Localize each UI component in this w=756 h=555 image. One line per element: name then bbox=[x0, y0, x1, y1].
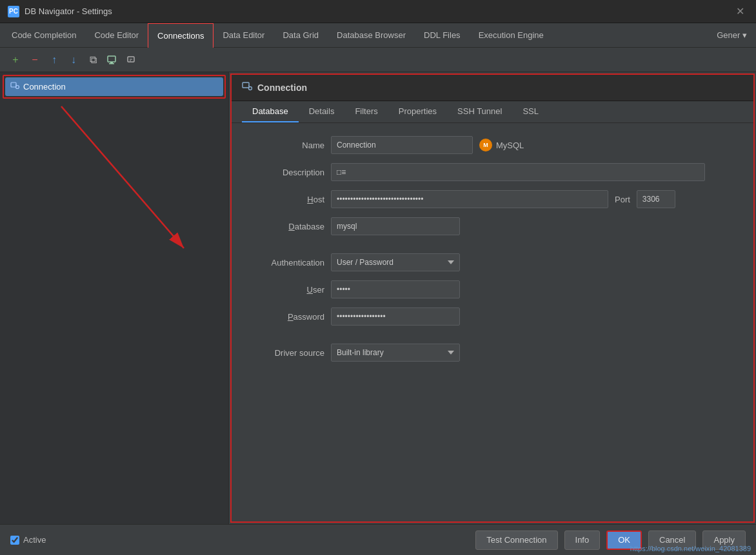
form-spacer2 bbox=[247, 335, 738, 344]
driver-source-row: Driver source Built-in library Custom Ma… bbox=[247, 344, 738, 362]
sidebar: Connection bbox=[0, 72, 229, 524]
action2-button[interactable] bbox=[123, 51, 141, 69]
password-input[interactable] bbox=[331, 307, 460, 326]
driver-source-select[interactable]: Built-in library Custom Maven bbox=[331, 344, 460, 362]
tab-ddl-files[interactable]: DDL Files bbox=[415, 23, 470, 48]
close-button[interactable]: ✕ bbox=[732, 4, 748, 19]
host-input[interactable] bbox=[331, 190, 608, 208]
connection-icon bbox=[10, 81, 19, 92]
titlebar: PC DB Navigator - Settings ✕ bbox=[0, 0, 756, 23]
tab-database-browser[interactable]: Database Browser bbox=[328, 23, 415, 48]
inner-tab-filters[interactable]: Filters bbox=[344, 101, 388, 122]
action1-button[interactable] bbox=[103, 51, 121, 69]
tab-execution-engine[interactable]: Execution Engine bbox=[470, 23, 553, 48]
inner-tab-database[interactable]: Database bbox=[242, 101, 299, 122]
name-label: Name bbox=[247, 141, 324, 150]
move-down-button[interactable]: ↓ bbox=[65, 51, 83, 69]
connection-header-icon bbox=[242, 81, 252, 94]
mysql-icon: M bbox=[479, 139, 492, 151]
copy-button[interactable]: ⧉ bbox=[84, 51, 102, 69]
authentication-row: Authentication User / Password No Auth S… bbox=[247, 253, 738, 271]
active-checkbox[interactable] bbox=[10, 536, 19, 545]
host-row: Host Port bbox=[247, 190, 738, 208]
inner-tabs: Database Details Filters Properties SSH … bbox=[232, 101, 753, 123]
db-type-label: MySQL bbox=[496, 141, 524, 150]
tab-data-grid[interactable]: Data Grid bbox=[274, 23, 328, 48]
tab-connections[interactable]: Connections bbox=[148, 23, 214, 48]
info-button[interactable]: Info bbox=[564, 531, 601, 550]
sidebar-border: Connection bbox=[3, 75, 226, 99]
sidebar-item-label: Connection bbox=[23, 82, 66, 92]
active-label: Active bbox=[23, 535, 46, 545]
titlebar-left: PC DB Navigator - Settings bbox=[8, 6, 112, 17]
connection-header-label: Connection bbox=[257, 83, 307, 93]
svg-rect-1 bbox=[110, 62, 113, 63]
toolbar: + − ↑ ↓ ⧉ bbox=[0, 48, 756, 72]
user-input[interactable] bbox=[331, 280, 460, 298]
database-input[interactable] bbox=[331, 217, 460, 235]
svg-rect-7 bbox=[243, 83, 249, 88]
inner-tab-ssh-tunnel[interactable]: SSH Tunnel bbox=[447, 101, 512, 122]
inner-tab-details[interactable]: Details bbox=[299, 101, 345, 122]
tab-code-editor[interactable]: Code Editor bbox=[85, 23, 148, 48]
app-icon: PC bbox=[8, 6, 19, 17]
name-input[interactable] bbox=[331, 136, 473, 154]
authentication-select[interactable]: User / Password No Auth SSH Key bbox=[331, 253, 460, 271]
password-label: Password bbox=[247, 312, 324, 322]
description-input[interactable] bbox=[331, 163, 705, 181]
driver-source-label: Driver source bbox=[247, 348, 324, 358]
svg-point-8 bbox=[249, 87, 252, 90]
db-type: M MySQL bbox=[479, 139, 524, 151]
svg-line-6 bbox=[16, 84, 17, 86]
svg-line-9 bbox=[249, 85, 250, 86]
add-connection-button[interactable]: + bbox=[6, 51, 25, 69]
password-row: Password bbox=[247, 307, 738, 326]
form-area: Name M MySQL Description Host Port bbox=[232, 123, 753, 521]
tab-code-completion[interactable]: Code Completion bbox=[3, 23, 85, 48]
menu-tabs: Code Completion Code Editor Connections … bbox=[0, 23, 756, 48]
main-content: Connection Connection Database Details F… bbox=[0, 72, 756, 524]
test-connection-button[interactable]: Test Connection bbox=[475, 531, 557, 550]
inner-tab-ssl[interactable]: SSL bbox=[512, 101, 549, 122]
user-label: User bbox=[247, 285, 324, 295]
port-label: Port bbox=[615, 195, 630, 204]
inner-tab-properties[interactable]: Properties bbox=[388, 101, 447, 122]
svg-rect-2 bbox=[109, 63, 114, 64]
remove-connection-button[interactable]: − bbox=[26, 51, 44, 69]
name-row: Name M MySQL bbox=[247, 136, 738, 154]
database-label: Database bbox=[247, 222, 324, 231]
port-input[interactable] bbox=[637, 190, 675, 208]
move-up-button[interactable]: ↑ bbox=[45, 51, 63, 69]
description-row: Description bbox=[247, 163, 738, 181]
form-spacer bbox=[247, 244, 738, 253]
authentication-label: Authentication bbox=[247, 258, 324, 268]
svg-rect-0 bbox=[108, 56, 115, 62]
tab-more[interactable]: Gener ▾ bbox=[710, 23, 753, 48]
host-label: Host bbox=[247, 195, 324, 204]
connection-header: Connection bbox=[232, 75, 753, 101]
active-checkbox-label[interactable]: Active bbox=[10, 535, 46, 545]
svg-rect-4 bbox=[11, 83, 16, 87]
footer-link[interactable]: https://blog.csdn.net/weixin_42081389 bbox=[630, 545, 751, 552]
tab-data-editor[interactable]: Data Editor bbox=[214, 23, 274, 48]
titlebar-title: DB Navigator - Settings bbox=[25, 6, 112, 16]
database-row: Database bbox=[247, 217, 738, 235]
right-panel: Connection Database Details Filters Prop… bbox=[230, 73, 755, 523]
user-row: User bbox=[247, 280, 738, 298]
sidebar-item-connection[interactable]: Connection bbox=[5, 77, 223, 96]
description-label: Description bbox=[247, 168, 324, 177]
